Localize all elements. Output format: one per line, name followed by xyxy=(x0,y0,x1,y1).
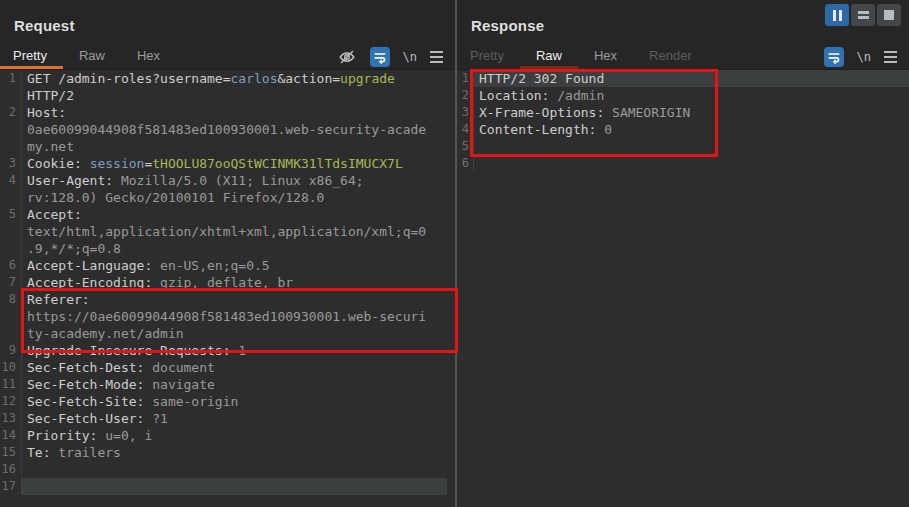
tab-render: Render xyxy=(633,44,708,69)
editor-row: 2Host: xyxy=(0,104,447,121)
line-number: 5 xyxy=(0,206,22,223)
line-number: 16 xyxy=(0,461,22,478)
editor-row: 3Cookie: session=tHOOLU87ooQStWCINMK31lT… xyxy=(0,155,447,172)
code-line: Host: xyxy=(22,104,447,121)
code-line xyxy=(474,155,909,172)
tab-hex[interactable]: Hex xyxy=(121,44,176,69)
response-editor[interactable]: 1HTTP/2 302 Found2Location: /admin3X-Fra… xyxy=(457,70,909,507)
request-menu-icon[interactable] xyxy=(430,51,443,63)
code-line: Accept-Language: en-US,en;q=0.5 xyxy=(22,257,447,274)
line-number: 14 xyxy=(0,427,22,444)
response-panel-title: Response xyxy=(471,17,544,34)
line-number: 4 xyxy=(0,172,22,189)
editor-row: HTTP/2 xyxy=(0,87,447,104)
code-line: Sec-Fetch-Site: same-origin xyxy=(22,393,447,410)
code-line xyxy=(474,138,909,155)
editor-row: 16 xyxy=(0,461,447,478)
editor-row: 15Te: trailers xyxy=(0,444,447,461)
line-number xyxy=(0,223,22,240)
line-number xyxy=(0,121,22,138)
editor-row: 13Sec-Fetch-User: ?1 xyxy=(0,410,447,427)
editor-row: 12Sec-Fetch-Site: same-origin xyxy=(0,393,447,410)
editor-row: my.net xyxy=(0,138,447,155)
editor-row: 6Accept-Language: en-US,en;q=0.5 xyxy=(0,257,447,274)
code-line: Priority: u=0, i xyxy=(22,427,447,444)
code-line: Referer: xyxy=(22,291,447,308)
response-panel: Response PrettyRawHexRender \n 1HTTP/2 3… xyxy=(457,0,909,507)
line-number: 4 xyxy=(457,121,474,138)
editor-row: rv:128.0) Gecko/20100101 Firefox/128.0 xyxy=(0,189,447,206)
word-wrap-icon[interactable] xyxy=(370,47,390,67)
editor-row: 6 xyxy=(457,155,909,172)
word-wrap-icon[interactable] xyxy=(824,47,844,67)
request-editor[interactable]: 1GET /admin-roles?username=carlos&action… xyxy=(0,70,455,507)
code-line: Sec-Fetch-User: ?1 xyxy=(22,410,447,427)
editor-row: 5Accept: xyxy=(0,206,447,223)
line-number: 9 xyxy=(0,342,22,359)
line-number: 2 xyxy=(0,104,22,121)
code-line: Sec-Fetch-Mode: navigate xyxy=(22,376,447,393)
line-number: 17 xyxy=(0,478,22,495)
line-number xyxy=(0,189,22,206)
editor-row: text/html,application/xhtml+xml,applicat… xyxy=(0,223,447,240)
layout-columns-button[interactable] xyxy=(825,4,849,26)
line-number: 7 xyxy=(0,274,22,291)
line-number xyxy=(0,308,22,325)
line-number xyxy=(0,138,22,155)
code-line: Location: /admin xyxy=(474,87,909,104)
editor-row: ty-academy.net/admin xyxy=(0,325,447,342)
code-line: Cookie: session=tHOOLU87ooQStWCINMK31lTd… xyxy=(22,155,447,172)
code-line: GET /admin-roles?username=carlos&action=… xyxy=(22,70,447,87)
code-line: Upgrade-Insecure-Requests: 1 xyxy=(22,342,447,359)
editor-row: 8Referer: xyxy=(0,291,447,308)
line-number: 15 xyxy=(0,444,22,461)
code-line xyxy=(22,461,447,478)
request-panel: Request PrettyRawHex \n 1GET /admin xyxy=(0,0,455,507)
editor-row: 5 xyxy=(457,138,909,155)
layout-rows-button[interactable] xyxy=(851,4,875,26)
line-number xyxy=(0,240,22,257)
editor-row: 4User-Agent: Mozilla/5.0 (X11; Linux x86… xyxy=(0,172,447,189)
code-line: Te: trailers xyxy=(22,444,447,461)
editor-row: https://0ae60099044908f581483ed100930001… xyxy=(0,308,447,325)
editor-row: 11Sec-Fetch-Mode: navigate xyxy=(0,376,447,393)
editor-row: 4Content-Length: 0 xyxy=(457,121,909,138)
code-line: 0ae60099044908f581483ed100930001.web-sec… xyxy=(22,121,447,138)
request-panel-title: Request xyxy=(14,17,75,34)
code-line: Accept-Encoding: gzip, deflate, br xyxy=(22,274,447,291)
line-number: 5 xyxy=(457,138,474,155)
line-number: 6 xyxy=(0,257,22,274)
editor-row: 2Location: /admin xyxy=(457,87,909,104)
tab-raw[interactable]: Raw xyxy=(63,44,121,69)
line-number: 3 xyxy=(457,104,474,121)
editor-row: .9,*/*;q=0.8 xyxy=(0,240,447,257)
code-line: .9,*/*;q=0.8 xyxy=(22,240,447,257)
tab-raw[interactable]: Raw xyxy=(520,44,578,69)
line-number: 1 xyxy=(0,70,22,87)
line-number: 8 xyxy=(0,291,22,308)
code-line: HTTP/2 302 Found xyxy=(474,70,909,87)
layout-single-button[interactable] xyxy=(877,4,901,26)
response-tabbar: PrettyRawHexRender \n xyxy=(457,44,909,70)
code-line: Accept: xyxy=(22,206,447,223)
line-number xyxy=(0,87,22,104)
tab-pretty: Pretty xyxy=(457,44,520,69)
newline-toggle-icon[interactable]: \n xyxy=(857,50,871,64)
columns-layout-icon xyxy=(833,10,842,21)
newline-toggle-icon[interactable]: \n xyxy=(403,50,417,64)
code-line: rv:128.0) Gecko/20100101 Firefox/128.0 xyxy=(22,189,447,206)
single-layout-icon xyxy=(884,10,894,20)
layout-controls xyxy=(825,4,901,26)
request-tabbar: PrettyRawHex \n xyxy=(0,44,455,70)
hide-eye-icon[interactable] xyxy=(337,47,357,67)
editor-row: 17 xyxy=(0,478,447,495)
response-menu-icon[interactable] xyxy=(884,51,897,63)
editor-row: 0ae60099044908f581483ed100930001.web-sec… xyxy=(0,121,447,138)
line-number: 12 xyxy=(0,393,22,410)
tab-pretty[interactable]: Pretty xyxy=(0,44,63,69)
code-line xyxy=(22,478,447,495)
panel-divider[interactable] xyxy=(455,0,457,507)
editor-row: 1GET /admin-roles?username=carlos&action… xyxy=(0,70,447,87)
tab-hex[interactable]: Hex xyxy=(578,44,633,69)
line-number: 1 xyxy=(457,70,474,87)
